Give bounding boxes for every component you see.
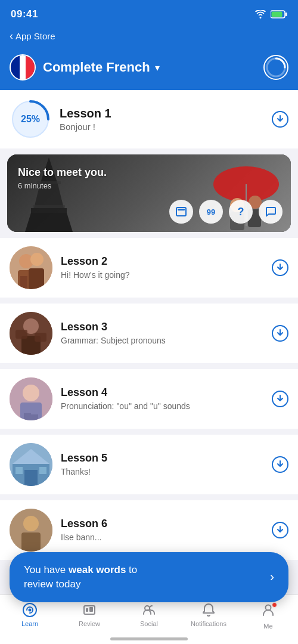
lesson3-row[interactable]: Lesson 3 Grammar: Subject pronouns	[0, 304, 298, 363]
lesson1-subtitle: Bonjour !	[60, 122, 263, 132]
svg-rect-25	[29, 268, 44, 289]
flag-red	[26, 55, 35, 79]
tab-learn-label: Learn	[21, 620, 38, 627]
status-icons	[255, 10, 287, 18]
flag-white	[20, 55, 26, 79]
back-button[interactable]: ‹ App Store	[10, 30, 55, 42]
svg-rect-45	[39, 467, 46, 474]
tab-me-label: Me	[263, 623, 272, 630]
social-icon	[141, 602, 157, 618]
svg-rect-43	[24, 470, 38, 486]
lesson6-download-icon[interactable]	[272, 522, 288, 538]
weak-words-banner[interactable]: You have weak words toreview today ›	[10, 552, 288, 602]
lesson2-subtitle: Hi! How's it going?	[61, 270, 263, 280]
svg-rect-44	[15, 467, 23, 474]
header-course-selector[interactable]: Complete French ▾	[43, 60, 160, 75]
notifications-icon	[201, 602, 216, 618]
featured-duration: 6 minutes	[18, 181, 107, 190]
svg-rect-26	[20, 276, 27, 289]
svg-rect-38	[31, 414, 38, 420]
lesson5-subtitle: Thanks!	[61, 466, 263, 477]
course-name: Complete French	[43, 60, 150, 75]
tab-me-icon-wrapper	[260, 602, 276, 620]
back-label: App Store	[15, 31, 55, 41]
tab-notifications-label: Notifications	[191, 620, 226, 627]
flashcard-icon	[175, 206, 187, 218]
svg-point-23	[30, 253, 44, 266]
lesson3-subtitle: Grammar: Subject pronouns	[61, 335, 263, 346]
svg-rect-20	[178, 209, 185, 210]
wifi-icon	[255, 10, 266, 18]
weak-words-text: You have weak words toreview today	[24, 563, 137, 592]
lesson5-download-icon[interactable]	[272, 456, 288, 473]
svg-point-52	[29, 609, 32, 612]
lesson5-thumb-img	[10, 443, 52, 486]
weak-words-arrow-icon: ›	[270, 569, 274, 585]
lesson1-row[interactable]: 25% Lesson 1 Bonjour !	[0, 90, 298, 148]
progress-text: 25%	[21, 114, 40, 125]
lesson3-thumb-img	[10, 312, 52, 355]
flag-icon	[10, 54, 36, 80]
weak-words-bold: weak words	[69, 564, 126, 575]
timer-icon	[265, 57, 287, 78]
lesson4-info: Lesson 4 Pronunciation: "ou" and "u" sou…	[61, 386, 263, 411]
lesson2-download-icon[interactable]	[272, 259, 288, 276]
lesson6-info: Lesson 6 Ilse bann...	[61, 518, 263, 543]
tab-review[interactable]: Review	[60, 600, 119, 632]
tab-social[interactable]: Social	[119, 600, 179, 632]
lesson5-info: Lesson 5 Thanks!	[61, 452, 263, 477]
lesson4-title: Lesson 4	[61, 386, 263, 399]
lesson1-download-icon[interactable]	[272, 111, 288, 128]
svg-rect-1	[285, 13, 287, 16]
flashcard-action[interactable]	[169, 200, 193, 224]
tab-learn[interactable]: Learn	[0, 600, 60, 632]
content-area: 25% Lesson 1 Bonjour !	[0, 90, 298, 608]
lesson1-info: Lesson 1 Bonjour !	[60, 107, 263, 132]
svg-rect-37	[24, 413, 31, 420]
home-indicator	[110, 637, 188, 640]
lesson5-title: Lesson 5	[61, 452, 263, 465]
svg-rect-9	[31, 208, 67, 213]
chat-icon	[265, 206, 277, 218]
svg-rect-2	[272, 12, 283, 17]
flag-blue	[11, 55, 20, 79]
lesson2-thumb	[10, 246, 52, 289]
lesson2-title: Lesson 2	[61, 255, 263, 268]
status-bar: 09:41	[0, 0, 298, 26]
chat-action[interactable]	[259, 200, 283, 224]
tab-me[interactable]: Me	[238, 600, 298, 632]
progress-circle: 25%	[10, 98, 51, 140]
vocab-action[interactable]: 99	[199, 200, 223, 224]
lesson3-download-icon[interactable]	[272, 325, 288, 342]
lesson6-subtitle: Ilse bann...	[61, 532, 263, 543]
timer-button[interactable]	[263, 55, 288, 80]
back-chevron-icon: ‹	[10, 30, 13, 42]
svg-rect-55	[89, 607, 93, 612]
lesson3-info: Lesson 3 Grammar: Subject pronouns	[61, 321, 263, 346]
lesson2-info: Lesson 2 Hi! How's it going?	[61, 255, 263, 280]
dropdown-chevron-icon: ▾	[155, 62, 160, 73]
svg-rect-31	[15, 330, 27, 339]
tab-notifications[interactable]: Notifications	[179, 600, 238, 632]
lesson1-title: Lesson 1	[60, 107, 263, 120]
lesson4-subtitle: Pronunciation: "ou" and "u" sounds	[61, 401, 263, 411]
lesson5-row[interactable]: Lesson 5 Thanks!	[0, 435, 298, 494]
lesson4-row[interactable]: Lesson 4 Pronunciation: "ou" and "u" sou…	[0, 369, 298, 429]
svg-marker-10	[25, 213, 73, 232]
learn-icon	[22, 602, 38, 618]
svg-point-48	[23, 516, 39, 531]
nav-back-bar: ‹ App Store	[0, 26, 298, 49]
lesson2-row[interactable]: Lesson 2 Hi! How's it going?	[0, 238, 298, 298]
review-icon	[82, 602, 97, 618]
header-left: Complete French ▾	[10, 54, 160, 80]
quiz-action[interactable]: ?	[229, 200, 253, 224]
flag-inner	[11, 55, 35, 79]
tab-social-label: Social	[140, 620, 158, 627]
svg-point-35	[23, 385, 39, 401]
lesson3-thumb	[10, 312, 52, 355]
lesson4-download-icon[interactable]	[272, 391, 288, 407]
lesson3-title: Lesson 3	[61, 321, 263, 333]
featured-card[interactable]: Nice to meet you. 6 minutes 99 ?	[7, 154, 291, 232]
lesson6-row[interactable]: Lesson 6 Ilse bann...	[0, 500, 298, 560]
lesson6-thumb-img	[10, 509, 52, 552]
